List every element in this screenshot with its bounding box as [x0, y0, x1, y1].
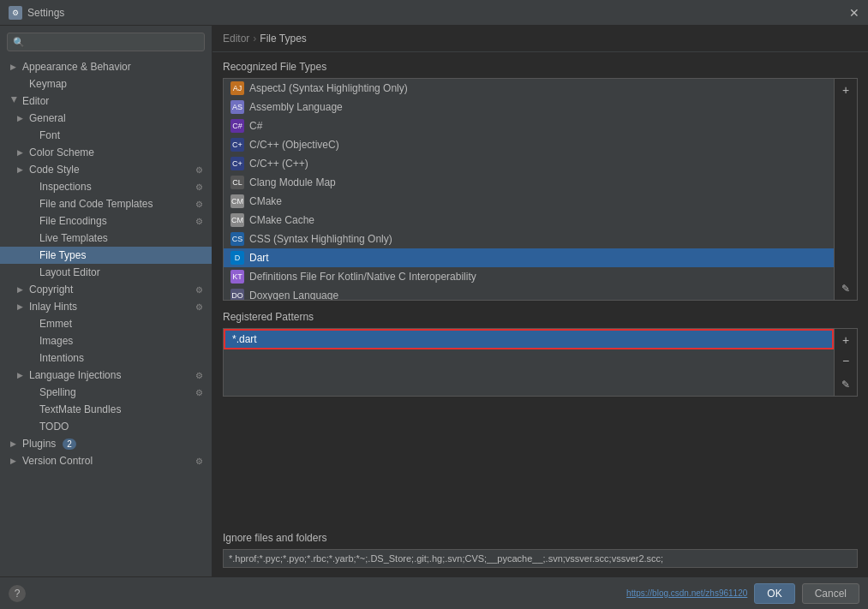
file-type-item[interactable]: AS Assembly Language	[224, 98, 834, 116]
file-type-label: Definitions File For Kotlin/Native C Int…	[249, 271, 476, 283]
file-type-item[interactable]: CL Clang Module Map	[224, 173, 834, 192]
search-box[interactable]: 🔍	[7, 33, 205, 51]
file-type-item[interactable]: DO Doxygen Language	[224, 286, 834, 301]
sidebar-item-keymap[interactable]: Keymap	[0, 75, 212, 93]
patterns-list[interactable]: *.dart	[223, 328, 835, 397]
sidebar-label: Intentions	[39, 352, 84, 364]
sidebar-item-inlay-hints[interactable]: ▶Inlay Hints⚙	[0, 298, 212, 315]
expand-arrow: ▶	[10, 439, 19, 448]
search-input[interactable]	[28, 36, 199, 48]
file-type-item[interactable]: D Dart	[224, 248, 834, 267]
sidebar-item-language-injections[interactable]: ▶Language Injections⚙	[0, 367, 212, 384]
file-type-item[interactable]: CS CSS (Syntax Highlighting Only)	[224, 230, 834, 248]
sidebar-item-live-templates[interactable]: Live Templates	[0, 230, 212, 247]
file-type-icon: C+	[230, 157, 244, 170]
file-type-icon: C+	[230, 138, 244, 152]
file-type-label: Clang Module Map	[249, 176, 336, 188]
sidebar-item-color-scheme[interactable]: ▶Color Scheme	[0, 144, 212, 161]
add-pattern-button[interactable]: +	[836, 331, 855, 349]
sidebar-item-font[interactable]: Font	[0, 127, 212, 144]
add-file-type-button[interactable]: +	[836, 81, 855, 99]
sidebar-label: TODO	[39, 421, 69, 433]
pattern-item[interactable]: *.dart	[224, 329, 834, 349]
expand-arrow: ▶	[17, 165, 26, 174]
sidebar-item-images[interactable]: Images	[0, 332, 212, 349]
sidebar: 🔍 ▶Appearance & BehaviorKeymap▶Editor▶Ge…	[0, 26, 213, 576]
edit-pattern-button[interactable]: ✎	[836, 375, 855, 394]
sidebar-item-todo[interactable]: TODO	[0, 418, 212, 435]
url-label[interactable]: https://blog.csdn.net/zhs961120	[626, 588, 747, 598]
sidebar-label: TextMate Bundles	[39, 403, 121, 415]
file-type-icon: CM	[230, 194, 244, 208]
breadcrumb: Editor › File Types	[213, 26, 868, 52]
main-layout: 🔍 ▶Appearance & BehaviorKeymap▶Editor▶Ge…	[0, 26, 868, 576]
file-type-label: Assembly Language	[249, 101, 343, 113]
sidebar-label: General	[29, 112, 66, 124]
sidebar-label: Spelling	[39, 386, 76, 398]
ok-button[interactable]: OK	[754, 583, 794, 604]
sidebar-label: Color Scheme	[29, 146, 94, 158]
sidebar-item-general[interactable]: ▶General	[0, 110, 212, 127]
sidebar-item-plugins[interactable]: ▶Plugins2	[0, 435, 212, 452]
bottom-bar: ? https://blog.csdn.net/zhs961120 OK Can…	[0, 576, 868, 609]
file-types-list[interactable]: AJ AspectJ (Syntax Highlighting Only) AS…	[223, 78, 835, 301]
breadcrumb-current: File Types	[260, 33, 306, 45]
sidebar-label: Font	[39, 129, 60, 141]
file-type-label: CSS (Syntax Highlighting Only)	[249, 233, 392, 245]
sidebar-item-copyright[interactable]: ▶Copyright⚙	[0, 281, 212, 298]
cancel-button[interactable]: Cancel	[802, 583, 859, 604]
sidebar-item-editor[interactable]: ▶Editor	[0, 93, 212, 110]
settings-gear-icon: ⚙	[193, 198, 205, 210]
file-type-label: Doxygen Language	[249, 290, 338, 301]
sidebar-item-file-encodings[interactable]: File Encodings⚙	[0, 212, 212, 230]
close-button[interactable]: ✕	[849, 6, 859, 20]
ignore-section: Ignore files and folders	[223, 532, 858, 568]
ignore-input[interactable]	[223, 549, 858, 568]
file-type-icon: CM	[230, 213, 244, 227]
expand-arrow: ▶	[10, 457, 19, 465]
file-type-label: AspectJ (Syntax Highlighting Only)	[249, 82, 408, 94]
remove-pattern-button[interactable]: −	[836, 351, 855, 370]
file-type-icon: AJ	[230, 81, 244, 95]
sidebar-item-intentions[interactable]: Intentions	[0, 349, 212, 367]
edit-file-type-button[interactable]: ✎	[836, 279, 855, 298]
expand-arrow: ▶	[17, 302, 26, 311]
file-type-item[interactable]: C# C#	[224, 116, 834, 135]
search-icon: 🔍	[13, 37, 25, 48]
sidebar-label: Inlay Hints	[29, 301, 77, 313]
settings-gear-icon: ⚙	[193, 301, 205, 313]
sidebar-item-emmet[interactable]: Emmet	[0, 315, 212, 332]
sidebar-item-textmate-bundles[interactable]: TextMate Bundles	[0, 401, 212, 418]
sidebar-label: File Types	[39, 249, 86, 261]
file-types-container: AJ AspectJ (Syntax Highlighting Only) AS…	[223, 78, 858, 301]
sidebar-item-file-and-code-templates[interactable]: File and Code Templates⚙	[0, 195, 212, 212]
badge: 2	[63, 439, 76, 450]
sidebar-item-version-control[interactable]: ▶Version Control⚙	[0, 452, 212, 469]
file-type-label: CMake Cache	[249, 214, 314, 226]
breadcrumb-separator: ›	[253, 33, 256, 45]
sidebar-item-layout-editor[interactable]: Layout Editor	[0, 264, 212, 281]
expand-arrow: ▶	[17, 371, 26, 379]
file-type-item[interactable]: AJ AspectJ (Syntax Highlighting Only)	[224, 79, 834, 98]
sidebar-label: Copyright	[29, 284, 73, 296]
help-button[interactable]: ?	[9, 585, 26, 602]
file-type-item[interactable]: C+ C/C++ (C++)	[224, 154, 834, 173]
sidebar-label: Inspections	[39, 181, 92, 193]
file-type-item[interactable]: KT Definitions File For Kotlin/Native C …	[224, 267, 834, 286]
sidebar-item-spelling[interactable]: Spelling⚙	[0, 384, 212, 401]
settings-gear-icon: ⚙	[193, 181, 205, 193]
sidebar-item-code-style[interactable]: ▶Code Style⚙	[0, 161, 212, 178]
file-type-icon: DO	[230, 289, 244, 301]
settings-gear-icon: ⚙	[193, 369, 205, 381]
sidebar-item-file-types[interactable]: File Types	[0, 247, 212, 264]
sidebar-item-inspections[interactable]: Inspections⚙	[0, 178, 212, 195]
file-type-item[interactable]: CM CMake	[224, 192, 834, 211]
file-type-label: Dart	[249, 252, 269, 264]
file-type-item[interactable]: C+ C/C++ (ObjectiveC)	[224, 135, 834, 154]
patterns-side-buttons: + − ✎	[835, 328, 858, 397]
sidebar-item-appearance[interactable]: ▶Appearance & Behavior	[0, 58, 212, 75]
file-type-icon: D	[230, 251, 244, 265]
content-body: Recognized File Types AJ AspectJ (Syntax…	[213, 52, 868, 576]
file-type-item[interactable]: CM CMake Cache	[224, 211, 834, 230]
sidebar-label: Live Templates	[39, 232, 108, 244]
